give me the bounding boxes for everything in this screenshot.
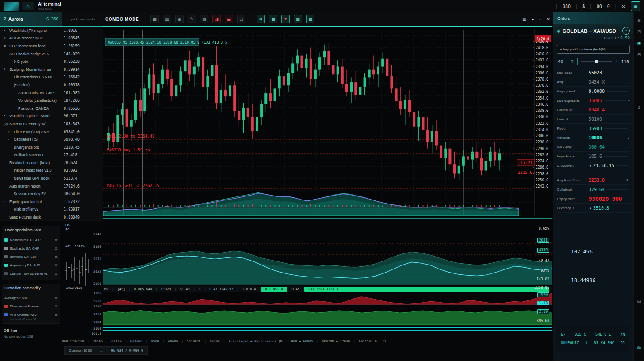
symbol-tree-row[interactable]: ‣Watchlist equities: Bond96.571 — [0, 112, 103, 120]
layout-grid-icon[interactable]: ▦ — [150, 15, 159, 23]
status-tab[interactable]: Common 50-00 — [69, 349, 92, 353]
symbol-tree-row[interactable]: Sent: Futures desk0.88049 — [0, 213, 103, 221]
quantity-mode-button[interactable]: ⟐ — [567, 58, 578, 65]
sell-marker-icon[interactable]: ▼ — [281, 15, 290, 23]
symbol-tree-row[interactable]: (Session)0.90518 — [0, 81, 103, 89]
symbol-tree-row[interactable]: Divergence bot2320.45 — [0, 143, 103, 151]
status-tab[interactable]: 900 + 60005 — [291, 339, 313, 343]
symbol-tree-row[interactable]: (0)Screeners: Energy w/108.343 — [0, 120, 103, 128]
status-tab[interactable]: 60600 — [168, 339, 178, 343]
pause-icon[interactable]: ○ — [539, 17, 542, 22]
item-menu-icon[interactable]: ≣ — [54, 313, 58, 317]
menu-icon[interactable]: ≣ — [634, 18, 644, 23]
symbol-price: 0.59914 — [60, 67, 103, 72]
list-icon[interactable]: ▤ — [634, 299, 644, 304]
indicator-panels[interactable]: M5|[45]|0.065 640|1:020|61.43|0|0.47 114… — [103, 221, 552, 337]
strip-value: M5 — [104, 287, 108, 291]
symbol-tree-row[interactable]: Vol delta (candlesticks)187.266 — [0, 96, 103, 104]
symbol-tree-row[interactable]: ›Equity guardian bot1.67332 — [0, 198, 103, 206]
item-menu-icon[interactable]: ≣ — [54, 263, 58, 267]
status-tab[interactable]: 00011234150 — [62, 339, 84, 343]
item-menu-icon[interactable]: ≣ — [54, 272, 58, 276]
candlestick-chart[interactable]: sell 2.30 tp 2364.40#46230 buy 1.50 tp#4… — [103, 26, 552, 219]
buy-sell-icon[interactable]: ⬓ — [225, 15, 233, 23]
status-tab[interactable]: Privileges + Performance (M — [228, 339, 282, 343]
settings-icon[interactable]: ∞ — [621, 3, 625, 9]
item-menu-icon[interactable]: ≣ — [54, 238, 58, 242]
symbol-tree-row[interactable]: ≡Scalping: Momentum run0.59914 — [0, 65, 103, 73]
order-input[interactable]: + buy pool* | volume (tech)% — [557, 45, 630, 54]
panel-list-item[interactable]: Divergence Scanner≣ — [4, 302, 58, 311]
restore-icon[interactable]: ▦ — [522, 17, 526, 22]
panel-list-item[interactable]: Stochastic EA: CHF≣ — [4, 244, 58, 253]
dock-icon[interactable]: ⊟ — [634, 52, 644, 57]
filter-icon[interactable]: ∇ — [4, 17, 6, 21]
item-menu-icon[interactable]: ≣ — [54, 296, 58, 300]
symbol-tree-row[interactable]: News filter GPT hook5123.4 — [0, 174, 103, 182]
symbol-price: 1.67332 — [60, 200, 103, 204]
live-dot-icon[interactable]: ◉ — [634, 41, 644, 46]
symbol-tree-row[interactable]: ▾Watchlists (FX majors)1.0916 — [0, 27, 103, 35]
window-icon[interactable]: ⊡ — [634, 29, 644, 34]
status-tab[interactable]: 20195 — [93, 339, 103, 343]
indicator-value-label: 93.0 — [541, 269, 549, 273]
symbol-tree-row[interactable]: #Filter EMA(200) SMA63841.0 — [0, 128, 103, 136]
status-tab[interactable]: 60103 — [111, 339, 122, 343]
depth-icon[interactable]: ▩ — [306, 15, 314, 23]
status-tab[interactable]: 60200 — [210, 339, 220, 343]
draw-tools-icon[interactable]: ✎ — [188, 15, 196, 23]
mini-stat-3: 2013 9135 — [66, 286, 82, 290]
item-menu-icon[interactable]: ≣ — [54, 255, 58, 259]
histogram-panel[interactable] — [103, 292, 552, 305]
panel-list-item[interactable]: Ichimoku EA: GBP≣ — [4, 253, 58, 261]
symbol-tree-row[interactable]: Session overlay EA38654.0 — [0, 190, 103, 198]
stepper-arrow-icon[interactable]: ◄ — [589, 164, 592, 167]
symbol-tree-row[interactable]: Fib extensions EA 5.001.36642 — [0, 73, 103, 81]
symbol-tree-row[interactable]: ¹Auto margin report17924.6 — [0, 182, 103, 190]
heatmap-icon[interactable]: ▩ — [294, 15, 302, 23]
panel-list-item[interactable]: Custom TMA Screener v1≣ — [4, 269, 58, 278]
symbol-tree-row[interactable]: ‹Breakout scanner (beta)78.624 — [0, 159, 103, 167]
record-icon[interactable]: ● — [532, 17, 534, 22]
volume-panel[interactable] — [103, 305, 552, 326]
symbol-tree-row[interactable]: Positions: OANDA0.85536 — [0, 104, 103, 112]
symbol-tree-row[interactable]: Risk profiler v21.93917 — [0, 206, 103, 214]
svg-text:2410.0: 2410.0 — [536, 52, 548, 56]
panel-list-item[interactable]: Asymmetry EA: AUD≣ — [4, 261, 58, 269]
oscillator-panel[interactable] — [103, 228, 552, 285]
panel-list-item[interactable]: Averages 2.500≣ — [4, 294, 58, 302]
resize-icon[interactable]: ⇕ — [634, 105, 644, 110]
volume-slider[interactable] — [581, 61, 612, 62]
workspace-grid-button[interactable]: ▦ — [631, 1, 640, 11]
symbol-tree-row[interactable]: Insider index feed v1.083.092 — [0, 167, 103, 175]
item-menu-icon[interactable]: ≣ — [54, 246, 58, 250]
slider-knob[interactable] — [595, 60, 598, 63]
globe-icon[interactable]: ◔ — [622, 27, 630, 35]
alert-icon[interactable]: ◨ — [212, 15, 221, 23]
indicator-list-icon[interactable]: ≋ — [257, 15, 265, 23]
increment-button[interactable]: + — [616, 59, 618, 64]
status-tab[interactable]: 9500 — [151, 339, 159, 343]
symbol-tree-row[interactable]: Pullback screener27.418 — [0, 151, 103, 159]
play-icon[interactable]: ◎ — [634, 345, 644, 350]
stepper-arrow-icon[interactable]: ◄ — [589, 207, 592, 210]
symbol-tree-row[interactable]: 0 Crypto0.65230 — [0, 58, 103, 65]
status-tab[interactable]: 6011501 0 — [359, 339, 377, 343]
item-menu-icon[interactable]: ≣ — [54, 304, 58, 308]
status-tab[interactable]: 601006 — [130, 339, 142, 343]
tile-windows-icon[interactable]: ▥ — [163, 15, 171, 23]
status-tab[interactable]: 5410071 — [187, 339, 201, 343]
panel-list-item[interactable]: Momentum EA: GBP≣ — [4, 236, 58, 244]
status-tab[interactable]: GOVION + 17030 — [322, 339, 350, 343]
refresh-icon[interactable]: ⟳ — [383, 339, 387, 343]
symbol-tree-row[interactable]: ◆GBP momentum feed1.26159 — [0, 42, 103, 50]
grid-toggle-icon[interactable]: ▦ — [269, 15, 277, 23]
symbol-tree-row[interactable]: ≡4 USD crosses M301.08545 — [0, 35, 103, 42]
new-chart-icon[interactable]: ▣ — [175, 15, 184, 23]
templates-icon[interactable]: ▤ — [200, 15, 208, 23]
symbol-tree-row[interactable]: AutoChartist v6: GBP161.585 — [0, 89, 103, 97]
symbol-tree-row[interactable]: ›Oscillators RSI3098.40 — [0, 135, 103, 143]
symbol-tree-row[interactable]: ≡AUD basket hedge v1.5148.029 — [0, 50, 103, 58]
panel-toggle-icon[interactable]: ▢ — [237, 15, 245, 23]
close-icon[interactable]: ✕ — [547, 17, 550, 22]
